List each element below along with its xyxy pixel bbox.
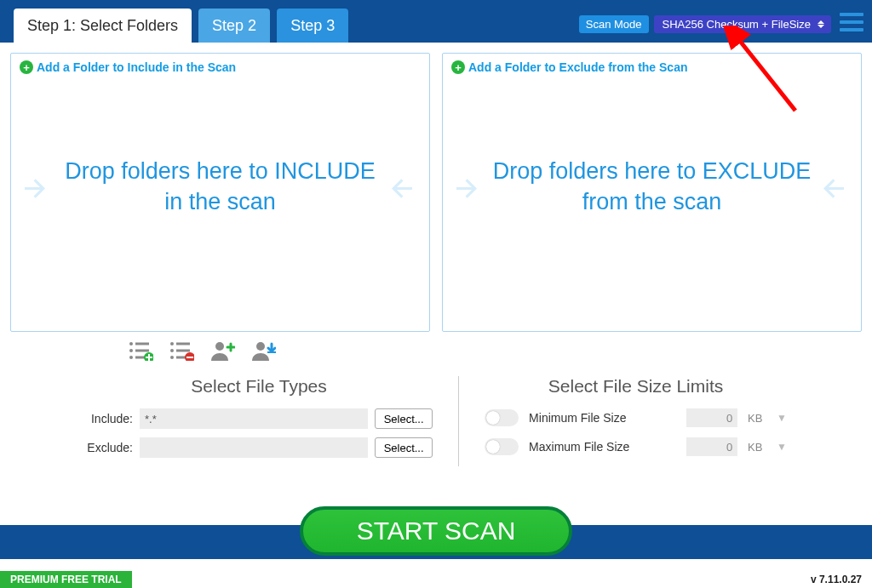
svg-rect-1 [135,343,149,345]
include-label: Include: [85,412,133,425]
max-size-input[interactable] [686,437,737,456]
dropdown-icon[interactable]: ▼ [777,441,787,453]
plus-icon: + [451,60,465,74]
add-include-folder-label: Add a Folder to Include in the Scan [37,60,236,74]
min-size-label: Minimum File Size [529,411,626,425]
filetype-col: Select File Types Include: Select... Exc… [85,376,459,466]
arrow-right-icon [451,174,485,212]
svg-rect-3 [135,350,149,352]
min-size-input[interactable] [686,408,737,427]
tab-step1[interactable]: Step 1: Select Folders [14,9,192,43]
svg-rect-8 [176,343,190,345]
svg-point-14 [215,342,224,351]
min-size-row: Minimum File Size KB ▼ [485,408,787,427]
max-size-toggle[interactable] [485,438,519,455]
bottom-bar: START SCAN [0,525,872,559]
svg-rect-10 [176,350,190,352]
max-size-label: Maximum File Size [529,440,629,454]
dropdown-icon[interactable]: ▼ [777,412,787,424]
top-bar: Step 1: Select Folders Step 2 Step 3 Sca… [0,0,872,43]
svg-point-2 [129,349,133,352]
exclude-select-button[interactable]: Select... [375,437,433,458]
exclude-row: Exclude: Select... [85,437,433,458]
svg-point-9 [170,349,174,352]
version-label: v 7.11.0.27 [811,574,862,585]
scan-mode-value: SHA256 Checksum + FileSize [663,18,812,31]
add-exclude-folder-label: Add a Folder to Exclude from the Scan [468,60,687,74]
start-scan-button[interactable]: START SCAN [300,506,572,556]
sizelimit-heading: Select File Size Limits [485,376,787,397]
svg-point-15 [256,342,265,351]
arrow-right-icon [20,174,54,212]
folder-panes: + Add a Folder to Include in the Scan Dr… [0,43,872,332]
svg-point-4 [129,356,133,359]
scan-mode-label: Scan Mode [579,15,649,33]
add-exclude-folder-link[interactable]: + Add a Folder to Exclude from the Scan [451,60,852,74]
include-row: Include: Select... [85,408,433,429]
list-remove-icon[interactable] [169,340,194,364]
filetype-heading: Select File Types [85,376,433,397]
scan-mode-wrap: Scan Mode SHA256 Checksum + FileSize [579,15,831,33]
arrow-left-icon [387,174,421,212]
min-size-toggle[interactable] [485,409,519,426]
tab-step2[interactable]: Step 2 [198,9,270,43]
include-pane[interactable]: + Add a Folder to Include in the Scan Dr… [10,53,430,332]
exclude-label: Exclude: [85,441,133,454]
sizelimit-col: Select File Size Limits Minimum File Siz… [485,376,787,466]
icon-toolbar [0,332,872,368]
include-select-button[interactable]: Select... [375,408,433,429]
step-tabs: Step 1: Select Folders Step 2 Step 3 [14,9,348,43]
include-drop-label: Drop folders here to INCLUDE in the scan [53,157,387,216]
tab-step3[interactable]: Step 3 [277,9,348,43]
filters: Select File Types Include: Select... Exc… [0,368,872,480]
updown-icon [818,20,824,28]
exclude-drop-label: Drop folders here to EXCLUDE from the sc… [485,157,819,216]
scan-mode-select[interactable]: SHA256 Checksum + FileSize [654,15,832,33]
add-include-folder-link[interactable]: + Add a Folder to Include in the Scan [20,60,421,74]
hamburger-menu-icon[interactable] [840,9,863,36]
max-size-row: Maximum File Size KB ▼ [485,437,787,456]
svg-point-11 [170,356,174,359]
user-export-icon[interactable] [250,340,276,364]
include-input[interactable] [140,408,368,429]
user-add-icon[interactable] [209,340,235,364]
plus-icon: + [20,60,33,74]
trial-badge[interactable]: PREMIUM FREE TRIAL [0,571,132,588]
arrow-left-icon [818,174,852,212]
min-size-unit: KB [748,412,766,425]
svg-point-7 [170,342,174,345]
svg-point-0 [129,342,133,345]
exclude-input[interactable] [140,437,368,458]
exclude-pane[interactable]: + Add a Folder to Exclude from the Scan … [442,53,862,332]
list-add-icon[interactable] [128,340,153,364]
max-size-unit: KB [748,441,766,454]
footer: PREMIUM FREE TRIAL v 7.11.0.27 [0,571,872,588]
